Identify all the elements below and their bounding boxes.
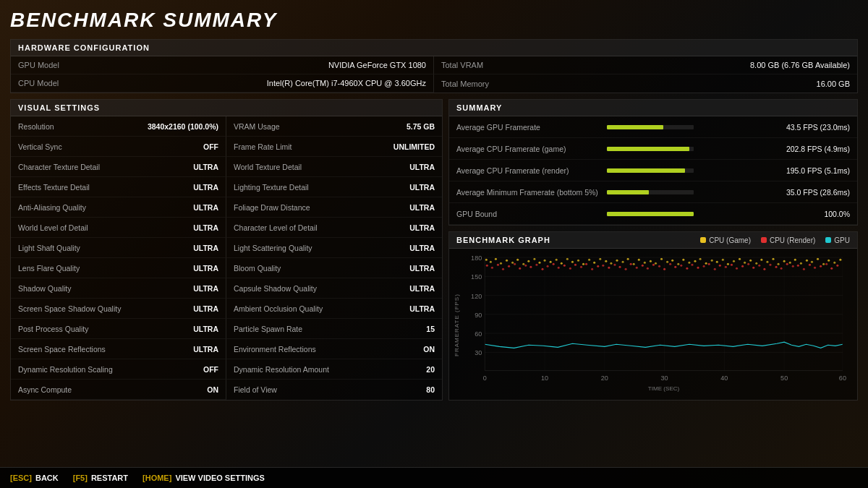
svg-point-90 [822, 263, 825, 265]
svg-text:0: 0 [483, 374, 487, 382]
svg-point-121 [636, 267, 638, 269]
svg-point-76 [744, 262, 746, 264]
graph-title: BENCHMARK GRAPH [456, 236, 550, 244]
svg-point-99 [514, 263, 516, 265]
setting-row: Resolution3840x2160 (100.0%) [11, 116, 226, 137]
svg-point-107 [558, 267, 560, 269]
svg-point-34 [511, 262, 514, 264]
svg-point-98 [508, 265, 510, 267]
svg-point-132 [697, 267, 699, 269]
y-axis-label: FRAMERATE (FPS) [454, 253, 460, 397]
svg-point-92 [833, 262, 835, 264]
setting-label: Capsule Shadow Quality [234, 284, 317, 293]
svg-point-70 [711, 260, 713, 262]
setting-value: ULTRA [193, 203, 218, 212]
svg-point-127 [669, 263, 671, 265]
summary-value: 202.8 FPS (4.9ms) [786, 145, 850, 153]
svg-point-108 [563, 265, 566, 267]
svg-point-32 [500, 262, 502, 265]
setting-row: Frame Rate LimitUNLIMITED [226, 137, 442, 157]
graph-svg: 180 150 120 90 60 30 [463, 253, 850, 397]
svg-point-57 [638, 259, 640, 261]
setting-label: Screen Space Shadow Quality [18, 304, 121, 313]
vram-label: Total VRAM [441, 61, 483, 69]
svg-text:60: 60 [839, 374, 846, 382]
setting-row: Field of View80 [226, 380, 442, 400]
svg-point-151 [803, 268, 805, 270]
svg-text:30: 30 [475, 349, 482, 356]
setting-value: ULTRA [409, 264, 435, 273]
svg-point-40 [544, 260, 546, 262]
summary-label: GPU Bound [456, 210, 601, 218]
svg-point-148 [786, 263, 788, 265]
setting-row: Vertical SyncOFF [11, 137, 226, 157]
setting-row: Light Shaft QualityULTRA [11, 238, 226, 258]
svg-point-100 [519, 267, 521, 270]
setting-value: ULTRA [193, 345, 218, 354]
svg-point-137 [725, 266, 727, 268]
svg-point-69 [705, 262, 707, 265]
svg-point-128 [674, 266, 676, 268]
svg-point-67 [694, 260, 696, 262]
setting-value: 80 [426, 385, 435, 394]
svg-point-135 [714, 268, 716, 270]
svg-point-102 [529, 266, 532, 268]
setting-row: Particle Spawn Rate15 [226, 319, 442, 339]
svg-text:20: 20 [601, 374, 608, 382]
svg-point-129 [680, 265, 682, 267]
svg-point-93 [839, 259, 841, 261]
main-container: BENCHMARK SUMMARY HARDWARE CONFIGURATION… [0, 0, 868, 488]
summary-row: GPU Bound100.0% [449, 203, 857, 225]
setting-label: Frame Rate Limit [234, 142, 292, 151]
svg-point-61 [660, 258, 663, 260]
svg-point-119 [625, 268, 627, 270]
svg-point-47 [582, 263, 584, 265]
bar-fill [607, 190, 649, 194]
cpu-render-scatter [486, 263, 839, 270]
svg-point-152 [809, 264, 811, 266]
setting-label: Lighting Texture Detail [234, 183, 309, 192]
svg-point-35 [516, 259, 519, 261]
svg-point-38 [533, 258, 535, 260]
summary-rows: Average GPU Framerate43.5 FPS (23.0ms)Av… [449, 116, 857, 225]
setting-row: VRAM Usage5.75 GB [226, 116, 442, 137]
summary-value: 35.0 FPS (28.6ms) [786, 188, 850, 197]
svg-point-97 [502, 268, 504, 270]
setting-row: Screen Space Shadow QualityULTRA [11, 299, 226, 319]
hardware-section-header: HARDWARE CONFIGURATION [11, 40, 857, 56]
setting-label: Dynamic Resolution Amount [234, 365, 329, 374]
setting-label: Particle Spawn Rate [234, 325, 302, 333]
svg-text:50: 50 [780, 374, 788, 382]
svg-point-154 [820, 265, 822, 267]
svg-point-112 [585, 263, 587, 265]
setting-label: Light Scattering Quality [234, 244, 312, 252]
setting-row: Character Level of DetailULTRA [226, 218, 442, 238]
svg-point-45 [571, 261, 574, 263]
setting-value: 15 [426, 325, 435, 333]
svg-point-118 [619, 266, 621, 268]
memory-value: 16.00 GB [817, 80, 850, 88]
svg-point-94 [486, 265, 488, 267]
svg-point-73 [727, 263, 729, 265]
gpu-label: GPU Model [18, 61, 59, 69]
setting-row: Character Texture DetailULTRA [11, 157, 226, 177]
svg-text:40: 40 [720, 374, 728, 382]
svg-text:150: 150 [471, 273, 482, 281]
svg-point-87 [806, 260, 808, 262]
graph-header: BENCHMARK GRAPH CPU (Game)CPU (Render)GP… [449, 232, 857, 249]
svg-point-68 [699, 258, 702, 260]
svg-text:120: 120 [471, 293, 482, 300]
svg-point-56 [633, 263, 635, 265]
svg-point-75 [739, 258, 741, 260]
bar-fill [607, 212, 694, 216]
svg-point-157 [836, 265, 838, 267]
setting-value: 5.75 GB [407, 122, 435, 131]
setting-label: Post Process Quality [18, 325, 88, 333]
svg-point-125 [658, 265, 660, 267]
svg-point-64 [677, 263, 679, 265]
page-title: BENCHMARK SUMMARY [10, 9, 858, 32]
setting-value: ULTRA [409, 304, 435, 313]
setting-label: Shadow Quality [18, 284, 72, 293]
svg-point-105 [547, 265, 549, 267]
svg-point-84 [789, 262, 791, 264]
